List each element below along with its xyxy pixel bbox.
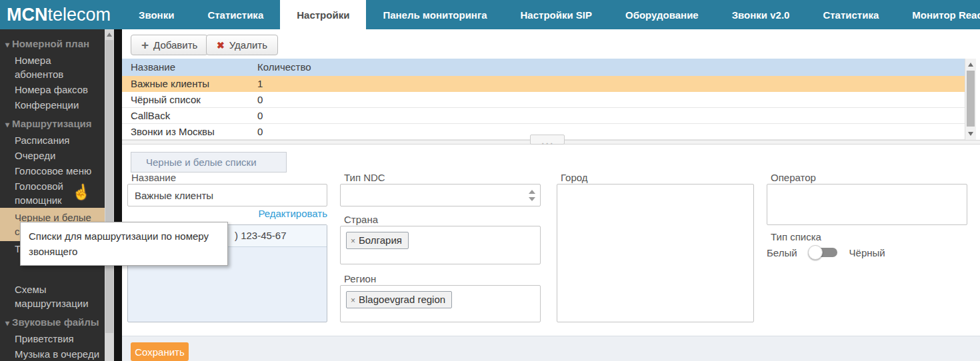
tooltip: Списки для маршрутизации по номеру звоня… (20, 222, 228, 266)
nav-tab-sip-settings[interactable]: Настройки SIP (504, 0, 609, 29)
sidebar-section-routing[interactable]: Маршрутизация (0, 116, 105, 133)
caret-down-icon (5, 38, 9, 52)
row-name: CallBack (131, 108, 170, 124)
row-name: Чёрный список (131, 92, 201, 108)
brand-logo-light: telecom (48, 5, 111, 25)
sidebar-item-routing-schemes[interactable]: Схемы маршрутизации (0, 282, 105, 311)
cursor-hand-icon (71, 182, 91, 202)
nav-tab-equipment[interactable]: Оборудование (609, 0, 715, 29)
table-header-row: Название Количество (122, 59, 965, 76)
region-input[interactable]: Blagoevgrad region (340, 285, 541, 322)
sidebar-item-conferences[interactable]: Конференции (0, 97, 105, 113)
operator-input[interactable] (767, 184, 967, 225)
row-count: 0 (257, 108, 263, 124)
spinner (529, 190, 535, 201)
nav-tab-statistics-2[interactable]: Статистика (806, 0, 895, 29)
operator-label: Оператор (771, 172, 816, 183)
spinner-down-icon[interactable] (529, 197, 535, 201)
sidebar-section-label: Номерной план (12, 38, 89, 49)
sidebar-item-queue-music[interactable]: Музыка в очереди (0, 346, 105, 361)
toggle-white-label: Белый (767, 247, 797, 258)
sidebar-item-schedules[interactable]: Расписания (0, 133, 105, 148)
sidebar-item-greetings[interactable]: Приветствия (0, 331, 105, 346)
delete-button[interactable]: Удалить (206, 35, 278, 55)
plus-icon (141, 39, 149, 51)
detail-panel: Черные и белые списки Название Редактиро… (122, 145, 980, 361)
table-scrollbar[interactable] (965, 59, 976, 140)
caret-down-icon (5, 118, 9, 132)
delete-x-icon (217, 39, 225, 51)
scroll-up-icon[interactable] (968, 63, 973, 67)
lists-table: Название Количество Важные клиенты 1 Чёр… (122, 59, 965, 140)
sidebar-item-subscriber-numbers[interactable]: Номера абонентов (0, 53, 105, 82)
country-tag-label: Болгария (359, 234, 402, 246)
table-row[interactable]: Чёрный список 0 (122, 92, 965, 108)
toggle-black-label: Чёрный (849, 247, 885, 258)
toggle-knob[interactable] (808, 245, 823, 260)
region-label: Регион (344, 273, 376, 284)
panes-splitter[interactable] (122, 140, 980, 145)
save-button[interactable]: Сохранить (131, 342, 189, 361)
remove-tag-icon[interactable] (351, 296, 355, 305)
list-type-label: Тип списка (771, 231, 821, 242)
row-name: Важные клиенты (131, 76, 209, 92)
name-input[interactable] (127, 184, 327, 206)
spinner-up-icon[interactable] (529, 190, 535, 194)
scroll-up-icon[interactable] (107, 33, 112, 37)
sidebar-item-queues[interactable]: Очереди (0, 148, 105, 163)
country-label: Страна (344, 214, 378, 225)
region-tag-label: Blagoevgrad region (359, 294, 445, 305)
row-count: 0 (257, 92, 263, 108)
brand-logo-bold: MCN (7, 5, 48, 25)
ndc-type-input[interactable] (340, 184, 541, 206)
scroll-down-icon[interactable] (968, 132, 973, 136)
table-scrollbar-thumb[interactable] (967, 71, 975, 127)
sidebar-item-fax-numbers[interactable]: Номера факсов (0, 82, 105, 97)
sidebar-scrollbar-thumb[interactable] (105, 40, 113, 333)
delete-button-label: Удалить (229, 39, 267, 51)
row-count: 1 (257, 76, 263, 92)
column-header-name[interactable]: Название (131, 59, 175, 76)
region-tag: Blagoevgrad region (346, 291, 452, 308)
caret-down-icon (5, 316, 9, 330)
edit-link[interactable]: Редактировать (127, 208, 327, 219)
country-tag: Болгария (346, 232, 409, 249)
nav-tab-statistics[interactable]: Статистика (191, 0, 280, 29)
splitter-handle[interactable] (530, 135, 565, 145)
row-name: Звонки из Москвы (131, 124, 215, 140)
remove-tag-icon[interactable] (351, 236, 355, 246)
sidebar-splitter[interactable] (114, 29, 122, 361)
table-row[interactable]: CallBack 0 (122, 108, 965, 124)
table-row[interactable]: Важные клиенты 1 (122, 76, 965, 92)
nav-tab-monitoring-panel[interactable]: Панель мониторинга (366, 0, 503, 29)
sidebar-section-number-plan[interactable]: Номерной план (0, 36, 105, 53)
city-input[interactable] (557, 184, 754, 322)
name-label: Название (131, 172, 176, 183)
list-type-toggle[interactable] (808, 244, 839, 260)
column-header-count[interactable]: Количество (257, 59, 311, 76)
nav-tab-calls[interactable]: Звонки (122, 0, 191, 29)
add-button[interactable]: Добавить (131, 35, 208, 55)
top-navbar: MCNtelecom Звонки Статистика Настройки П… (0, 0, 980, 29)
sidebar-section-sound-files[interactable]: Звуковые файлы (0, 314, 105, 331)
panel-footer: Сохранить (122, 336, 980, 361)
row-count: 0 (257, 124, 263, 140)
nav-tab-calls-v2[interactable]: Звонки v2.0 (715, 0, 807, 29)
ndc-type-label: Тип NDC (344, 172, 385, 183)
sidebar-section-label: Звуковые файлы (12, 316, 99, 328)
add-button-label: Добавить (153, 39, 197, 51)
sidebar: Номерной план Номера абонентов Номера фа… (0, 29, 114, 361)
list-toolbar: Добавить Удалить (122, 29, 980, 59)
nav-tab-monitor-react[interactable]: Монитор React (895, 0, 980, 29)
country-input[interactable]: Болгария (340, 226, 541, 264)
city-label: Город (561, 172, 588, 183)
app-window: MCNtelecom Звонки Статистика Настройки П… (0, 0, 980, 361)
sidebar-scrollbar[interactable] (105, 29, 114, 361)
nav-tab-settings[interactable]: Настройки (280, 0, 366, 29)
sidebar-item-voice-menu[interactable]: Голосовое меню (0, 163, 105, 179)
brand-logo[interactable]: MCNtelecom (0, 0, 122, 29)
list-type-toggle-row: Белый Чёрный (767, 244, 885, 260)
tab-black-white-lists[interactable]: Черные и белые списки (131, 152, 287, 173)
sidebar-section-label: Маршрутизация (12, 118, 92, 129)
